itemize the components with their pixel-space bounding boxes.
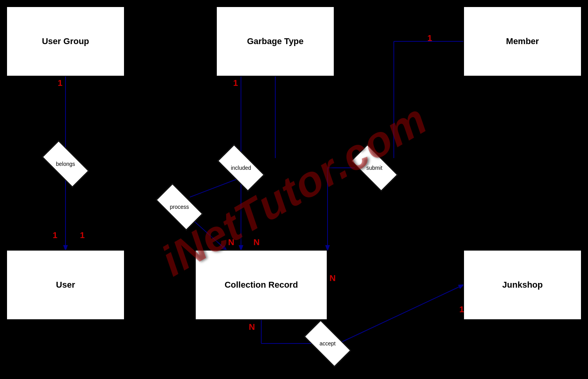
included-label-container: included [220, 156, 262, 180]
card-ug-1: 1 [58, 78, 62, 88]
user-entity: User [6, 250, 125, 320]
card-gt-1: 1 [233, 78, 238, 88]
user-group-label: User Group [42, 36, 89, 46]
card-cr-n: N [249, 322, 255, 332]
member-label: Member [506, 36, 539, 46]
accept-label: accept [319, 340, 335, 347]
junkshop-label: Junkshop [502, 280, 543, 290]
card-submit-n: N [329, 273, 336, 283]
collection-record-label: Collection Record [225, 280, 298, 290]
garbage-type-entity: Garbage Type [216, 6, 335, 77]
card-included-n2: N [253, 237, 260, 247]
card-junkshop-1: 1 [459, 304, 464, 315]
collection-record-entity: Collection Record [195, 250, 328, 320]
submit-label-container: submit [353, 156, 396, 180]
member-entity: Member [463, 6, 582, 77]
card-belongs-1b: 1 [80, 230, 85, 240]
belongs-label-container: belongs [44, 152, 87, 176]
included-label: included [231, 165, 251, 171]
svg-line-5 [190, 217, 226, 250]
submit-label: submit [366, 165, 382, 171]
card-included-n: N [228, 237, 234, 247]
card-member-1: 1 [427, 33, 432, 43]
user-label: User [56, 280, 75, 290]
accept-label-container: accept [306, 332, 349, 355]
garbage-type-label: Garbage Type [247, 36, 303, 46]
user-group-entity: User Group [6, 6, 125, 77]
process-label: process [170, 204, 189, 210]
svg-line-6 [190, 178, 241, 197]
card-belongs-1a: 1 [53, 230, 57, 240]
junkshop-entity: Junkshop [463, 250, 582, 320]
process-label-container: process [158, 195, 201, 219]
svg-line-13 [338, 285, 463, 343]
belongs-label: belongs [56, 161, 75, 167]
